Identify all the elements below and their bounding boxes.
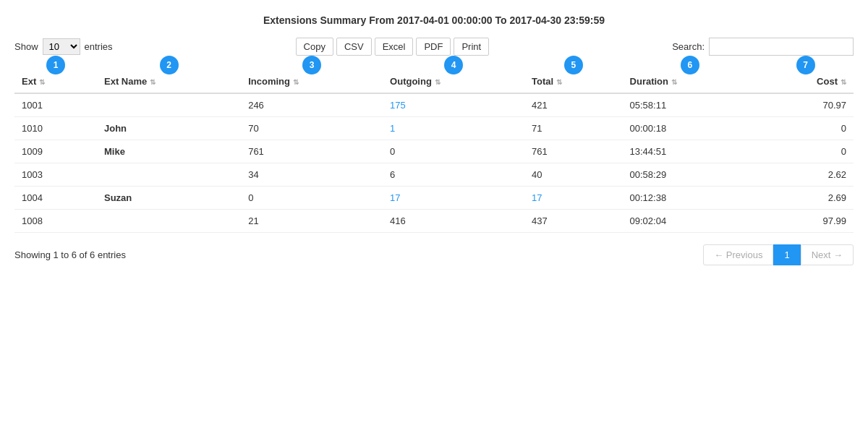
col-badge-4: 4 [444, 56, 463, 74]
cell-row5-col1 [97, 210, 241, 233]
cell-row5-col0: 1008 [14, 210, 97, 233]
col-header-ext[interactable]: 1Ext⇅ [14, 63, 97, 93]
cell-row3-col3: 6 [383, 163, 524, 187]
prev-page-button[interactable]: ← Previous [703, 244, 773, 265]
pagination: ← Previous1Next → [703, 244, 854, 265]
print-button[interactable]: Print [454, 38, 489, 56]
cell-row0-col2: 246 [241, 93, 383, 117]
next-page-button[interactable]: Next → [801, 244, 854, 265]
copy-button[interactable]: Copy [296, 38, 333, 56]
cell-row4-col3: 17 [383, 187, 524, 210]
col-badge-6: 6 [681, 56, 699, 74]
cell-row4-col2: 0 [241, 187, 383, 210]
col-badge-2: 2 [160, 56, 179, 74]
search-input[interactable] [709, 38, 854, 56]
cell-row2-col4: 761 [524, 140, 623, 163]
cell-row2-col2: 761 [241, 140, 383, 163]
excel-button[interactable]: Excel [375, 38, 414, 56]
cell-row0-col0: 1001 [14, 93, 97, 117]
data-table: 1Ext⇅2Ext Name⇅3Incoming⇅4Outgoing⇅5Tota… [14, 63, 854, 233]
cell-row1-col2: 70 [241, 117, 383, 140]
col-header-duration[interactable]: 6Duration⇅ [623, 63, 758, 93]
cell-row2-col6: 0 [757, 140, 854, 163]
cell-row2-col5: 13:44:51 [623, 140, 758, 163]
entries-select[interactable]: 102550100 [43, 38, 80, 55]
sort-icon-total: ⇅ [556, 78, 562, 86]
export-buttons-group: CopyCSVExcelPDFPrint [296, 38, 490, 56]
table-row: 1010John7017100:00:180 [14, 117, 854, 140]
cell-row5-col4: 437 [524, 210, 623, 233]
cell-row1-col6: 0 [757, 117, 854, 140]
cell-row4-col0: 1004 [14, 187, 97, 210]
cell-row3-col1 [97, 163, 241, 187]
sort-icon-cost: ⇅ [841, 78, 846, 86]
show-label: Show [14, 41, 38, 52]
cell-row4-col5: 00:12:38 [623, 187, 758, 210]
cell-row1-col0: 1010 [14, 117, 97, 140]
cell-row5-col6: 97.99 [757, 210, 854, 233]
cell-row0-col4: 421 [524, 93, 623, 117]
page-title: Extensions Summary From 2017-04-01 00:00… [14, 14, 854, 26]
page-1-button[interactable]: 1 [773, 244, 800, 265]
table-row: 10082141643709:02:0497.99 [14, 210, 854, 233]
cell-row5-col3: 416 [383, 210, 524, 233]
col-badge-5: 5 [564, 56, 583, 74]
cell-row4-col4: 17 [524, 187, 623, 210]
pdf-button[interactable]: PDF [416, 38, 451, 56]
csv-button[interactable]: CSV [336, 38, 372, 56]
cell-row4-col1: Suzan [97, 187, 241, 210]
sort-icon-ext-name: ⇅ [150, 78, 156, 86]
cell-row1-col5: 00:00:18 [623, 117, 758, 140]
table-header-row: 1Ext⇅2Ext Name⇅3Incoming⇅4Outgoing⇅5Tota… [14, 63, 854, 93]
cell-row3-col2: 34 [241, 163, 383, 187]
col-header-cost[interactable]: 7Cost⇅ [757, 63, 854, 93]
col-header-ext-name[interactable]: 2Ext Name⇅ [97, 63, 241, 93]
cell-row5-col5: 09:02:04 [623, 210, 758, 233]
col-header-outgoing[interactable]: 4Outgoing⇅ [383, 63, 524, 93]
cell-row3-col6: 2.62 [757, 163, 854, 187]
col-badge-3: 3 [302, 56, 321, 74]
cell-row2-col1: Mike [97, 140, 241, 163]
cell-row1-col3: 1 [383, 117, 524, 140]
cell-row2-col0: 1009 [14, 140, 97, 163]
cell-row1-col1: John [97, 117, 241, 140]
table-body: 100124617542105:58:1170.971010John701710… [14, 93, 854, 233]
table-row: 100124617542105:58:1170.97 [14, 93, 854, 117]
table-row: 1009Mike761076113:44:510 [14, 140, 854, 163]
cell-row3-col4: 40 [524, 163, 623, 187]
cell-row0-col5: 05:58:11 [623, 93, 758, 117]
cell-row2-col3: 0 [383, 140, 524, 163]
showing-info: Showing 1 to 6 of 6 entries [14, 249, 126, 260]
col-badge-7: 7 [796, 56, 815, 74]
cell-row0-col6: 70.97 [757, 93, 854, 117]
col-badge-1: 1 [46, 56, 65, 74]
cell-row3-col0: 1003 [14, 163, 97, 187]
cell-row3-col5: 00:58:29 [623, 163, 758, 187]
search-label: Search: [672, 41, 705, 52]
cell-row4-col6: 2.69 [757, 187, 854, 210]
col-header-incoming[interactable]: 3Incoming⇅ [241, 63, 383, 93]
sort-icon-ext: ⇅ [39, 78, 45, 86]
sort-icon-outgoing: ⇅ [435, 78, 441, 86]
cell-row0-col1 [97, 93, 241, 117]
cell-row5-col2: 21 [241, 210, 383, 233]
sort-icon-incoming: ⇅ [293, 78, 299, 86]
cell-row0-col3: 175 [383, 93, 524, 117]
entries-label: entries [85, 41, 113, 52]
sort-icon-duration: ⇅ [671, 78, 677, 86]
table-row: 1004Suzan0171700:12:382.69 [14, 187, 854, 210]
table-row: 10033464000:58:292.62 [14, 163, 854, 187]
col-header-total[interactable]: 5Total⇅ [524, 63, 623, 93]
cell-row1-col4: 71 [524, 117, 623, 140]
